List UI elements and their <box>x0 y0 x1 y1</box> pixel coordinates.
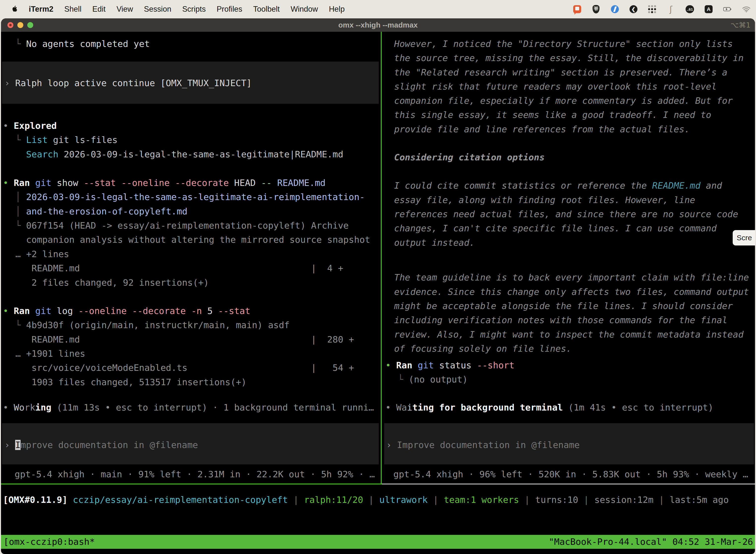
battery-icon[interactable] <box>723 5 732 13</box>
blue-badge-icon[interactable] <box>611 5 619 13</box>
left-log-stat-readme: README.md | 280 + <box>15 332 354 346</box>
shield-grid-icon[interactable] <box>592 5 600 13</box>
left-explored-search-line: Search 2026-03-09-is-legal-the-same-as-l… <box>15 147 343 161</box>
left-log-files-changed: 1903 files changed, 513517 insertions(+) <box>15 375 247 389</box>
left-show-arg-wrap1: │ 2026-03-09-is-legal-the-same-as-legiti… <box>15 190 365 204</box>
left-ran-git-log: • Ran git log --oneline --decorate -n 5 … <box>3 304 250 318</box>
right-para1-line: provide file and line references from th… <box>394 122 690 136</box>
menu-item-scripts[interactable]: Scripts <box>182 5 206 14</box>
right-prompt-input[interactable]: › Improve documentation in @filename <box>386 438 580 452</box>
right-para1-line: However, I noticed the "Directory Struct… <box>394 37 733 51</box>
right-para2-line: changes, I can't cite specific file line… <box>394 221 716 235</box>
menu-item-shell[interactable]: Shell <box>64 5 81 14</box>
wifi-icon[interactable] <box>742 5 751 13</box>
left-prompt-input[interactable]: › Improve documentation in @filename <box>4 438 198 452</box>
window-shortcut-badge: ⌥⌘1 <box>731 18 751 32</box>
apple-menu-icon[interactable] <box>11 5 19 14</box>
menu-item-session[interactable]: Session <box>144 5 171 14</box>
right-para3-line: including verification notes with those … <box>394 313 728 327</box>
left-session-statusline: gpt-5.4 xhigh · main · 91% left · 2.31M … <box>15 467 375 481</box>
right-no-output-line: └ (no output) <box>398 372 468 386</box>
left-no-agents-line: └ No agents completed yet <box>15 37 150 51</box>
left-working-status: • Working (11m 13s • esc to interrupt) ·… <box>3 400 374 414</box>
right-para2-line: references need actual files, and since … <box>394 207 738 221</box>
menu-status-icons: ❮ ʃ ..61 A <box>573 5 751 13</box>
menu-item-app[interactable]: iTerm2 <box>29 5 53 14</box>
right-para3-line: review. Also, I might want to inspect th… <box>394 327 744 341</box>
left-ran-git-show: • Ran git show --stat --oneline --decora… <box>3 176 326 190</box>
menu-item-profiles[interactable]: Profiles <box>216 5 242 14</box>
minimize-button[interactable] <box>17 22 23 28</box>
pane-border-bottom-right <box>382 484 755 485</box>
zoom-button[interactable] <box>27 22 33 28</box>
iterm-window: omx --xhigh --madmax ⌥⌘1 └ No agents com… <box>1 18 755 554</box>
right-para1-line: this single essay, it seems like a good … <box>394 108 711 122</box>
left-log-commit-line: └ 4b9d30f (origin/main, instructkr/main,… <box>15 318 290 332</box>
right-para1-line: slight risk that future readers may over… <box>394 79 716 94</box>
left-explored-header: • Explored <box>3 119 57 133</box>
menu-bar: iTerm2 Shell Edit View Session Scripts P… <box>0 0 756 18</box>
tmux-host-clock: "MacBook-Pro-44.local" 04:52 31-Mar-26 <box>549 535 753 549</box>
right-session-statusline: gpt-5.4 xhigh · 96% left · 520K in · 5.8… <box>393 467 748 481</box>
right-para3-line: of focusing solely on file lines. <box>394 341 571 356</box>
menu-item-toolbelt[interactable]: Toolbelt <box>253 5 280 14</box>
left-log-stat-voice: src/voice/voiceModeEnabled.ts | 54 + <box>15 361 354 375</box>
left-show-arg-wrap2: │ and-the-erosion-of-copyleft.md <box>15 204 188 218</box>
right-para2-line: I could cite commit statistics or refere… <box>394 178 722 192</box>
pane-divider-vertical[interactable] <box>381 32 382 484</box>
screen-share-overlay-button[interactable]: Scre <box>733 230 755 245</box>
right-para3-line: evidence. Since this change only affects… <box>394 285 749 299</box>
window-title: omx --xhigh --madmax <box>1 18 755 32</box>
right-para2-line: output instead. <box>394 235 475 250</box>
right-ran-git-status: • Ran git status --short <box>385 358 514 372</box>
right-para1-line: companion file, especially if more comme… <box>394 94 733 108</box>
right-para1-line: the source tree, missing the essay. Stil… <box>394 51 744 65</box>
chat-icon[interactable] <box>573 5 581 13</box>
percent-circle-icon[interactable]: ..61 <box>686 5 694 13</box>
menu-item-view[interactable]: View <box>117 5 133 14</box>
right-para3-line: The team guideline is to back every impo… <box>394 270 749 284</box>
left-show-more-lines: … +2 lines <box>15 247 69 261</box>
pane-border-bottom-left <box>1 484 382 485</box>
left-ralph-banner-text: › Ralph loop active continue [OMX_TMUX_I… <box>4 76 252 90</box>
menu-item-edit[interactable]: Edit <box>92 5 106 14</box>
left-show-commit-line2: companion analysis without altering the … <box>15 233 370 247</box>
right-para2-line: essay file, along with finding root file… <box>394 193 695 207</box>
left-show-files-changed: 2 files changed, 92 insertions(+) <box>15 276 209 290</box>
dots-grid-icon[interactable] <box>648 5 656 13</box>
right-waiting-status: • Waiting for background terminal (1m 41… <box>385 400 713 414</box>
close-button[interactable] <box>7 22 13 28</box>
squiggle-icon[interactable]: ʃ <box>667 5 675 13</box>
left-show-commit-line: └ 067f154 (HEAD -> essay/ai-reimplementa… <box>15 218 349 233</box>
left-show-stat-readme: README.md | 4 + <box>15 261 343 275</box>
window-title-bar[interactable]: omx --xhigh --madmax ⌥⌘1 <box>1 18 755 32</box>
right-para1-line: the "Related research writing" section i… <box>394 65 728 79</box>
tmux-status-bar: [omx-cczip0:bash* "MacBook-Pro-44.local"… <box>1 535 755 549</box>
tmux-session-label[interactable]: [omx-cczip0:bash* <box>3 535 95 549</box>
right-para3-line: might be acceptable alongside the file l… <box>394 299 733 313</box>
right-thinking-heading: Considering citation options <box>394 150 545 164</box>
left-explored-list-line: └ List git ls-files <box>15 133 118 147</box>
omx-status-line: [OMX#0.11.9] cczip/essay/ai-reimplementa… <box>3 493 729 507</box>
k-circle-icon[interactable]: ❮ <box>630 5 637 13</box>
left-log-more-lines: … +1901 lines <box>15 346 85 361</box>
input-a-icon[interactable]: A <box>704 5 713 13</box>
menu-item-window[interactable]: Window <box>291 5 318 14</box>
menu-item-help[interactable]: Help <box>329 5 345 14</box>
